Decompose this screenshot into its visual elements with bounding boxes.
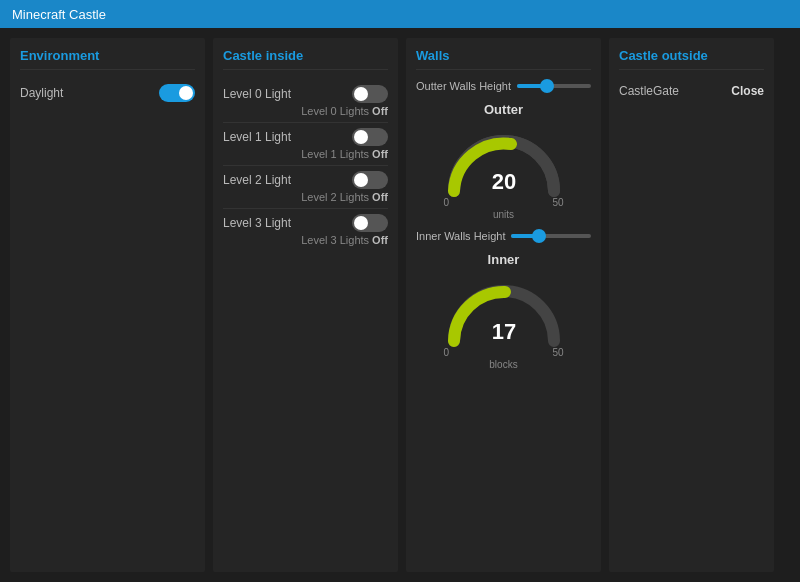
- outer-gauge-container: Outter 20 0 50 units: [416, 102, 591, 220]
- walls-panel-title: Walls: [416, 48, 591, 70]
- outer-gauge-unit: units: [493, 209, 514, 220]
- light-0-status-row: Level 0 Lights Off: [223, 105, 388, 123]
- inner-gauge-title: Inner: [488, 252, 520, 267]
- castle-inside-title: Castle inside: [223, 48, 388, 70]
- castle-gate-status: Close: [731, 84, 764, 98]
- light-3-status-row: Level 3 Lights Off: [223, 234, 388, 251]
- daylight-label: Daylight: [20, 86, 63, 100]
- castle-outside-panel: Castle outside CastleGate Close: [609, 38, 774, 572]
- inner-walls-label: Inner Walls Height: [416, 230, 505, 242]
- outer-walls-slider[interactable]: [517, 84, 591, 88]
- light-0-label: Level 0 Light: [223, 87, 291, 101]
- outer-gauge-title: Outter: [484, 102, 523, 117]
- app-title: Minecraft Castle: [12, 7, 106, 22]
- environment-panel-title: Environment: [20, 48, 195, 70]
- inner-walls-slider[interactable]: [511, 234, 591, 238]
- inner-gauge-min: 0: [444, 347, 450, 358]
- light-3-label: Level 3 Light: [223, 216, 291, 230]
- daylight-toggle[interactable]: [159, 84, 195, 102]
- light-0-toggle[interactable]: [352, 85, 388, 103]
- light-2-status-row: Level 2 Lights Off: [223, 191, 388, 209]
- light-3-status: Off: [372, 234, 388, 246]
- daylight-row: Daylight: [20, 80, 195, 106]
- svg-text:17: 17: [491, 319, 515, 344]
- light-row-1: Level 1 Light: [223, 123, 388, 148]
- castle-gate-label: CastleGate: [619, 84, 679, 98]
- outer-walls-label: Outter Walls Height: [416, 80, 511, 92]
- light-3-toggle[interactable]: [352, 214, 388, 232]
- castle-gate-row: CastleGate Close: [619, 80, 764, 102]
- title-bar: Minecraft Castle: [0, 0, 800, 28]
- light-0-status: Off: [372, 105, 388, 117]
- light-2-status: Off: [372, 191, 388, 203]
- inner-gauge-container: Inner 17 0 50 blocks: [416, 252, 591, 370]
- light-2-label: Level 2 Light: [223, 173, 291, 187]
- outer-gauge-labels: 0 50: [444, 197, 564, 208]
- walls-panel: Walls Outter Walls Height Outter: [406, 38, 601, 572]
- inner-gauge-unit: blocks: [489, 359, 517, 370]
- light-row-3: Level 3 Light: [223, 209, 388, 234]
- light-1-status: Off: [372, 148, 388, 160]
- environment-panel: Environment Daylight: [10, 38, 205, 572]
- light-1-toggle[interactable]: [352, 128, 388, 146]
- light-1-status-row: Level 1 Lights Off: [223, 148, 388, 166]
- castle-inside-panel: Castle inside Level 0 Light Level 0 Ligh…: [213, 38, 398, 572]
- inner-gauge-labels: 0 50: [444, 347, 564, 358]
- outer-walls-slider-row: Outter Walls Height: [416, 80, 591, 92]
- inner-walls-slider-row: Inner Walls Height: [416, 230, 591, 242]
- inner-gauge-svg: 17: [439, 271, 569, 351]
- outer-gauge-svg: 20: [439, 121, 569, 201]
- inner-gauge-max: 50: [552, 347, 563, 358]
- light-2-toggle[interactable]: [352, 171, 388, 189]
- main-area: Environment Daylight Castle inside Level…: [0, 28, 800, 582]
- outer-gauge-min: 0: [444, 197, 450, 208]
- light-1-label: Level 1 Light: [223, 130, 291, 144]
- light-row-0: Level 0 Light: [223, 80, 388, 105]
- svg-text:20: 20: [491, 169, 515, 194]
- castle-outside-title: Castle outside: [619, 48, 764, 70]
- outer-gauge-max: 50: [552, 197, 563, 208]
- light-row-2: Level 2 Light: [223, 166, 388, 191]
